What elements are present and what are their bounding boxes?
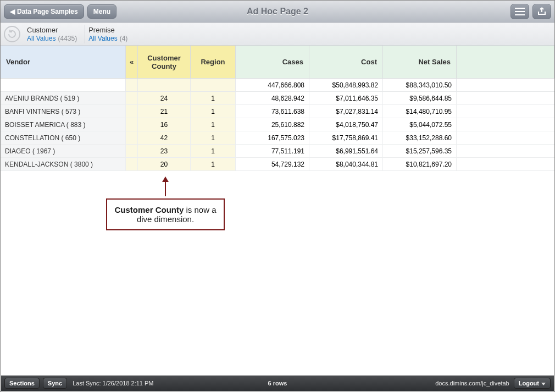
total-cases: 447,666.808 [236, 79, 309, 92]
top-toolbar: ◀Data Page Samples Menu Ad Hoc Page 2 [1, 1, 554, 23]
header-customer-county[interactable]: Customer County [138, 46, 191, 79]
cell-net: $10,821,697.20 [383, 158, 457, 171]
column-cost: Cost $50,848,993.82 $7,011,646.35 $7,027… [309, 46, 383, 171]
filter-customer[interactable]: Customer All Values (4435) [24, 25, 85, 43]
cell-region: 1 [191, 118, 236, 131]
logout-button[interactable]: Logout [514, 378, 551, 389]
cell-region: 1 [191, 158, 236, 171]
cell-cases: 73,611.638 [236, 105, 309, 118]
cell-cases: 77,511.191 [236, 145, 309, 158]
table-row[interactable]: BOISSET AMERICA ( 883 ) [1, 118, 126, 131]
cell-cost: $17,758,869.41 [309, 131, 383, 145]
column-region: Region 1 1 1 1 1 1 [191, 46, 236, 171]
last-sync-text: Last Sync: 1/26/2018 2:11 PM [73, 380, 153, 387]
cell-cost: $8,040,344.81 [309, 158, 383, 171]
annotation-text: Customer County is now a dive dimension. [106, 198, 225, 230]
sections-button[interactable]: Sections [4, 378, 40, 389]
cell-cost: $6,991,551.64 [309, 145, 383, 158]
column-net-sales: Net Sales $88,343,010.50 $9,586,644.85 $… [383, 46, 457, 171]
cell-cases: 54,729.132 [236, 158, 309, 171]
cell-cc: 23 [138, 145, 191, 158]
filter-customer-label: Customer [27, 26, 77, 34]
data-grid: Vendor AVENIU BRANDS ( 519 ) BANFI VINTN… [1, 46, 554, 171]
total-cost: $50,848,993.82 [309, 79, 383, 92]
filter-premise-count: (4) [120, 35, 128, 42]
cell-region: 1 [191, 92, 236, 105]
hamburger-icon[interactable] [510, 4, 529, 19]
table-row[interactable]: CONSTELLATION ( 650 ) [1, 131, 126, 145]
cell-cases: 167,575.023 [236, 131, 309, 145]
table-row[interactable]: DIAGEO ( 1967 ) [1, 145, 126, 158]
header-cases[interactable]: Cases [236, 46, 309, 79]
sync-button[interactable]: Sync [43, 378, 67, 389]
cell-cc: 21 [138, 105, 191, 118]
cell-net: $9,586,644.85 [383, 92, 457, 105]
cell-cost: $7,027,831.14 [309, 105, 383, 118]
filter-premise[interactable]: Premise All Values (4) [85, 25, 135, 43]
svg-marker-1 [162, 176, 169, 182]
cell-cases: 48,628.942 [236, 92, 309, 105]
arrow-up-icon [160, 176, 171, 196]
breadcrumb-back-button[interactable]: ◀Data Page Samples [4, 4, 84, 19]
totals-vendor [1, 79, 126, 92]
filter-customer-link: All Values [27, 35, 56, 42]
cell-net: $33,152,288.60 [383, 131, 457, 145]
menu-button[interactable]: Menu [87, 4, 116, 19]
table-row[interactable]: KENDALL-JACKSON ( 3800 ) [1, 158, 126, 171]
cell-cc: 16 [138, 118, 191, 131]
header-cost[interactable]: Cost [309, 46, 383, 79]
cell-cost: $4,018,750.47 [309, 118, 383, 131]
filter-premise-label: Premise [88, 26, 127, 34]
table-row[interactable]: BANFI VINTNERS ( 573 ) [1, 105, 126, 118]
header-region[interactable]: Region [191, 46, 236, 79]
chevron-down-icon [541, 383, 546, 385]
filter-bar: Customer All Values (4435) Premise All V… [1, 23, 554, 46]
column-cases: Cases 447,666.808 48,628.942 73,611.638 … [236, 46, 309, 171]
refresh-icon[interactable] [4, 26, 20, 42]
header-net-sales[interactable]: Net Sales [383, 46, 457, 79]
cell-cc: 20 [138, 158, 191, 171]
cell-cost: $7,011,646.35 [309, 92, 383, 105]
header-vendor[interactable]: Vendor [1, 46, 126, 79]
collapse-toggle-icon[interactable]: « [126, 46, 138, 79]
filter-customer-count: (4435) [58, 35, 77, 42]
host-text: docs.dimins.com/jc_divetab [435, 380, 509, 387]
cell-region: 1 [191, 131, 236, 145]
column-filler [457, 46, 554, 171]
cell-cc: 24 [138, 92, 191, 105]
cell-cases: 25,610.882 [236, 118, 309, 131]
share-icon[interactable] [532, 4, 551, 19]
cell-region: 1 [191, 105, 236, 118]
cell-net: $14,480,710.95 [383, 105, 457, 118]
cell-net: $5,044,072.55 [383, 118, 457, 131]
cell-cc: 42 [138, 131, 191, 145]
column-customer-county: Customer County 24 21 16 42 23 20 [138, 46, 191, 171]
column-collapse: « [126, 46, 138, 171]
table-row[interactable]: AVENIU BRANDS ( 519 ) [1, 92, 126, 105]
cell-region: 1 [191, 145, 236, 158]
status-bar: Sections Sync Last Sync: 1/26/2018 2:11 … [1, 376, 554, 391]
cell-net: $15,257,596.35 [383, 145, 457, 158]
total-net-sales: $88,343,010.50 [383, 79, 457, 92]
column-vendor: Vendor AVENIU BRANDS ( 519 ) BANFI VINTN… [1, 46, 126, 171]
annotation: Customer County is now a dive dimension. [106, 176, 225, 230]
filter-premise-link: All Values [88, 35, 117, 42]
